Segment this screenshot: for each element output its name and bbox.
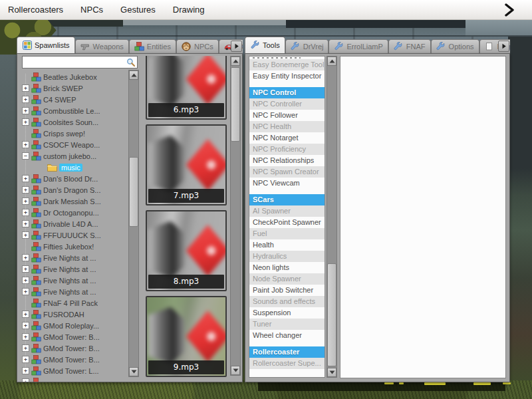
tool-list-scrollbar[interactable] bbox=[327, 56, 337, 378]
tree-item-fusrodah[interactable]: + FUSRODAH bbox=[22, 309, 128, 320]
expander-icon[interactable]: + bbox=[22, 84, 29, 92]
menu-item-gestures[interactable]: Gestures bbox=[120, 5, 156, 15]
menu-item-rollercoasters[interactable]: Rollercoasters bbox=[8, 5, 63, 15]
tree-item-crisps-swep[interactable]: Crisps swep! bbox=[22, 128, 128, 139]
left-tab-overflow-button[interactable] bbox=[231, 41, 242, 52]
scroll-up-button[interactable] bbox=[231, 57, 240, 66]
tool-item-npc-controller[interactable]: NPC Controller bbox=[249, 98, 325, 110]
expander-icon[interactable]: + bbox=[22, 265, 29, 273]
expander-icon[interactable]: + bbox=[22, 220, 29, 227]
spawn-icon-8-mp3[interactable]: 8.mp3 bbox=[146, 210, 227, 291]
tool-item-rollercoaster-supe[interactable]: Rollercoaster Supe... bbox=[249, 358, 325, 369]
tree-item-combustible-le[interactable]: + Combustible Le... bbox=[22, 105, 128, 116]
tool-item-easy-entity-inspector[interactable]: Easy Entity Inspector bbox=[249, 70, 325, 82]
tool-item-tuner[interactable]: Tuner bbox=[249, 319, 325, 330]
tab-npcs[interactable]: NPCs bbox=[176, 39, 219, 53]
tree-item-dr-octoganopu[interactable]: + Dr Octoganopu... bbox=[22, 207, 128, 218]
tool-item-npc-health[interactable]: NPC Health bbox=[249, 121, 325, 132]
tool-item-wheel-changer[interactable]: Wheel changer bbox=[249, 330, 325, 341]
expander-icon[interactable]: + bbox=[22, 356, 29, 363]
tree-item-coolsites-soun[interactable]: + Coolsites Soun... bbox=[22, 116, 128, 128]
expander-icon[interactable]: + bbox=[22, 118, 29, 126]
tree-item-five-nights-at[interactable]: + Five Nights at ... bbox=[22, 286, 128, 297]
tree-item-dan-s-dragon-s[interactable]: + Dan's Dragon S... bbox=[22, 184, 128, 196]
search-input[interactable] bbox=[24, 57, 126, 68]
expander-icon[interactable]: + bbox=[22, 288, 29, 295]
expander-icon[interactable]: + bbox=[22, 198, 29, 205]
tab-spawnlists[interactable]: Spawnlists bbox=[17, 37, 75, 53]
expander-icon[interactable]: + bbox=[22, 277, 29, 284]
expander-icon[interactable]: + bbox=[22, 344, 29, 352]
tree-item-dark-messiah-s[interactable]: + Dark Messiah S... bbox=[22, 196, 128, 207]
expander-icon[interactable]: + bbox=[22, 209, 29, 216]
tab-errolliamp[interactable]: ErrolLiamP bbox=[329, 39, 388, 53]
tab-tools[interactable]: Tools bbox=[245, 37, 285, 53]
tool-item-npc-relationships[interactable]: NPC Relationships bbox=[249, 155, 325, 166]
expander-icon[interactable]: + bbox=[22, 333, 29, 340]
tree-item-five-nights-at[interactable]: + Five Nights at ... bbox=[22, 275, 128, 286]
tree-item-fifties-jukebox[interactable]: Fifties Jukebox! bbox=[22, 241, 128, 252]
tree-item-csocf-weapo[interactable]: + CSOCF Weapo... bbox=[22, 139, 128, 150]
tree-item-gmod-tower-b[interactable]: + GMod Tower: B... bbox=[22, 331, 128, 342]
spawn-icon-7-mp3[interactable]: 7.mp3 bbox=[146, 124, 227, 205]
scroll-down-button[interactable] bbox=[327, 368, 336, 377]
expander-icon[interactable]: + bbox=[22, 322, 29, 329]
tool-item-suspension[interactable]: Suspension bbox=[249, 307, 325, 319]
tree-item-brick-swep[interactable]: + Brick SWEP bbox=[22, 82, 128, 94]
tool-item-paint-job-switcher[interactable]: Paint Job Switcher bbox=[249, 285, 325, 296]
spawn-icon-9-mp3[interactable]: 9.mp3 bbox=[146, 296, 227, 377]
expander-icon[interactable]: + bbox=[22, 231, 29, 239]
tool-item-sounds-and-effects[interactable]: Sounds and effects bbox=[249, 296, 325, 307]
tree-item-clipped[interactable]: + bbox=[22, 376, 128, 382]
right-tab-overflow-button[interactable] bbox=[498, 41, 509, 52]
tool-item-npc-spawn-creator[interactable]: NPC Spawn Creator bbox=[249, 166, 325, 178]
tree-item-five-nights-at[interactable]: + Five Nights at ... bbox=[22, 252, 128, 263]
expander-icon[interactable]: − bbox=[22, 152, 29, 160]
tree-item-c4-swep[interactable]: + C4 SWEP bbox=[22, 94, 128, 105]
tab-entities[interactable]: Entities bbox=[129, 39, 176, 53]
tool-item-npc-viewcam[interactable]: NPC Viewcam bbox=[249, 178, 325, 189]
tab-drvrej[interactable]: DrVrej bbox=[285, 39, 329, 53]
tree-scrollbar[interactable] bbox=[128, 70, 139, 377]
tree-item-gmod-roleplay[interactable]: + GMod Roleplay... bbox=[22, 320, 128, 331]
tool-item-neon-lights[interactable]: Neon lights bbox=[249, 262, 325, 273]
tab-options[interactable]: Options bbox=[431, 39, 479, 53]
tree-item-dan-s-blood-dr[interactable]: + Dan's Blood Dr... bbox=[22, 173, 128, 184]
expand-menu-icon[interactable] bbox=[504, 3, 515, 17]
tree-item-drivable-l4d-a[interactable]: + Drivable L4D A... bbox=[22, 218, 128, 229]
expander-icon[interactable]: + bbox=[22, 311, 29, 318]
scroll-down-button[interactable] bbox=[231, 366, 240, 375]
menu-item-drawing[interactable]: Drawing bbox=[173, 5, 205, 15]
spawn-icon-6-mp3[interactable]: 6.mp3 bbox=[146, 56, 227, 120]
icon-list-scrollbar[interactable] bbox=[230, 56, 241, 376]
tree-item-gmod-tower-b[interactable]: + GMod Tower: B... bbox=[22, 342, 128, 354]
tree-item-gmod-tower-l[interactable]: + GMod Tower: L... bbox=[22, 365, 128, 376]
expander-icon[interactable]: + bbox=[22, 367, 29, 374]
tool-item-npc-proficiency[interactable]: NPC Proficiency bbox=[249, 144, 325, 155]
tool-item-ai-spawner[interactable]: AI Spawner bbox=[249, 205, 325, 217]
tool-item-checkpoint-spawner[interactable]: CheckPoint Spawner bbox=[249, 217, 325, 228]
tool-item-npc-follower[interactable]: NPC Follower bbox=[249, 110, 325, 121]
tool-item-health[interactable]: Health bbox=[249, 239, 325, 251]
expander-icon[interactable]: + bbox=[22, 254, 29, 261]
tool-item-hydraulics[interactable]: Hydraulics bbox=[249, 251, 325, 262]
scroll-thumb[interactable] bbox=[129, 157, 138, 227]
tool-item-easy-bonemerge-tool[interactable]: Easy Bonemerge Tool bbox=[249, 59, 325, 70]
tree-item-five-nights-at[interactable]: + Five Nights at ... bbox=[22, 263, 128, 275]
tab-fnaf[interactable]: FNAF bbox=[388, 39, 431, 53]
tree-item-gmod-tower-b[interactable]: + GMod Tower: B... bbox=[22, 354, 128, 365]
scroll-thumb[interactable] bbox=[327, 263, 336, 366]
tree-item-custom-jukebo[interactable]: − custom jukebo... bbox=[22, 150, 128, 162]
tree-item-music[interactable]: music bbox=[22, 162, 128, 173]
expander-icon[interactable]: + bbox=[22, 175, 29, 182]
tree-item-beatles-jukebox[interactable]: Beatles Jukebox bbox=[22, 71, 128, 82]
tree-item-fffuuuuck-s[interactable]: + FFFUUUUCK S... bbox=[22, 229, 128, 241]
scroll-up-button[interactable] bbox=[327, 57, 336, 66]
tool-item-npc-notarget[interactable]: NPC Notarget bbox=[249, 132, 325, 144]
tool-item-fuel[interactable]: Fuel bbox=[249, 228, 325, 239]
tree-item-fnaf-4-pill-pack[interactable]: FNaF 4 Pill Pack bbox=[22, 297, 128, 309]
tab-weapons[interactable]: Weapons bbox=[75, 39, 129, 53]
tool-item-node-spawner[interactable]: Node Spawner bbox=[249, 273, 325, 285]
expander-icon[interactable]: + bbox=[22, 186, 29, 194]
menu-item-npcs[interactable]: NPCs bbox=[80, 5, 103, 15]
